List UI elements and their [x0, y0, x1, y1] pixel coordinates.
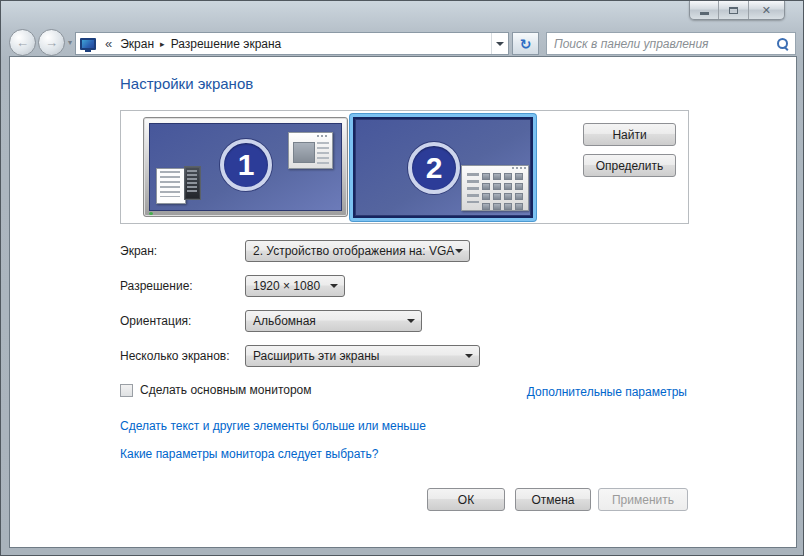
breadcrumb-item-screen[interactable]: Экран	[116, 37, 158, 51]
chevron-down-icon	[407, 319, 415, 323]
maximize-icon	[729, 7, 738, 14]
monitor-1-screen: 1	[149, 123, 342, 211]
multiple-displays-label: Несколько экранов:	[120, 345, 230, 367]
make-primary-row: Сделать основным монитором	[120, 383, 312, 397]
minimize-button[interactable]	[690, 1, 719, 19]
resolution-label: Разрешение:	[120, 275, 193, 297]
search-input[interactable]	[547, 37, 775, 51]
maximize-button[interactable]	[719, 1, 748, 19]
chevron-down-icon	[330, 284, 338, 288]
chevron-down-icon	[496, 42, 504, 46]
display-select-value: 2. Устройство отображения на: VGA	[253, 244, 454, 258]
display-icon	[80, 38, 96, 50]
chevron-down-icon	[465, 354, 473, 358]
forward-button[interactable]: →	[38, 29, 65, 56]
address-dropdown-button[interactable]	[491, 33, 508, 54]
monitor-1-number: 1	[220, 139, 272, 191]
find-button[interactable]: Найти	[583, 123, 676, 146]
orientation-label: Ориентация:	[120, 310, 191, 332]
thumbnail-lines	[467, 173, 479, 203]
thumbnail-grid	[482, 173, 523, 210]
search-icon[interactable]	[775, 36, 791, 52]
refresh-icon: ↻	[520, 36, 532, 52]
display-label: Экран:	[120, 240, 157, 262]
breadcrumb-arrow-icon[interactable]: ▸	[158, 39, 167, 49]
thumbnail-lines	[160, 171, 180, 197]
make-primary-label: Сделать основным монитором	[140, 383, 312, 397]
back-icon: ←	[16, 35, 29, 50]
multiple-displays-select-value: Расширить эти экраны	[253, 349, 379, 363]
display-select[interactable]: 2. Устройство отображения на: VGA	[245, 240, 470, 262]
forward-icon: →	[45, 35, 58, 50]
monitor-settings-help-link[interactable]: Какие параметры монитора следует выбрать…	[120, 447, 379, 461]
thumbnail-dots	[512, 167, 526, 169]
control-panel-window: ✕ ← → ▾ « Экран ▸ Разрешение экрана ↻ На…	[0, 0, 804, 556]
ok-button[interactable]: ОК	[427, 488, 505, 511]
monitor-2-number: 2	[408, 142, 460, 194]
recent-pages-dropdown[interactable]: ▾	[68, 38, 72, 47]
identify-button[interactable]: Определить	[583, 154, 676, 177]
thumbnail-pane	[293, 142, 315, 163]
breadcrumb: « Экран ▸ Разрешение экрана	[75, 32, 509, 55]
make-primary-checkbox[interactable]	[120, 384, 133, 397]
window-thumbnail	[156, 166, 204, 204]
thumbnail-lines	[317, 142, 329, 164]
apply-button-disabled: Применить	[598, 488, 688, 511]
refresh-button[interactable]: ↻	[512, 32, 539, 55]
page-title: Настройки экранов	[120, 75, 253, 92]
window-thumbnail	[288, 132, 333, 169]
resolution-select-value: 1920 × 1080	[253, 279, 320, 293]
resolution-select[interactable]: 1920 × 1080	[245, 275, 345, 297]
monitor-2-selected[interactable]: 2	[350, 114, 536, 221]
text-size-link[interactable]: Сделать текст и другие элементы больше и…	[120, 419, 426, 433]
advanced-settings-link[interactable]: Дополнительные параметры	[527, 385, 687, 399]
cancel-button[interactable]: Отмена	[515, 488, 591, 511]
search-box	[546, 32, 796, 55]
thumbnail-dots	[317, 135, 329, 137]
monitor-2-screen: 2	[355, 119, 531, 216]
minimize-icon	[700, 12, 709, 15]
chevron-down-icon	[455, 249, 463, 253]
breadcrumb-overflow-icon[interactable]: «	[105, 36, 112, 51]
back-button[interactable]: ←	[9, 29, 36, 56]
monitor-1[interactable]: 1	[143, 117, 348, 217]
window-thumbnail	[461, 165, 529, 211]
power-led	[149, 212, 153, 215]
multiple-displays-select[interactable]: Расширить эти экраны	[245, 345, 480, 367]
close-button[interactable]: ✕	[749, 1, 784, 19]
breadcrumb-item-resolution[interactable]: Разрешение экрана	[167, 37, 286, 51]
close-icon: ✕	[762, 5, 771, 16]
window-caption-buttons: ✕	[689, 1, 785, 20]
orientation-select[interactable]: Альбомная	[245, 310, 422, 332]
page-content: Настройки экранов 1	[9, 56, 797, 548]
monitor-arrangement-panel: 1 2	[120, 110, 689, 224]
thumbnail-lines	[187, 170, 197, 194]
orientation-select-value: Альбомная	[253, 314, 316, 328]
